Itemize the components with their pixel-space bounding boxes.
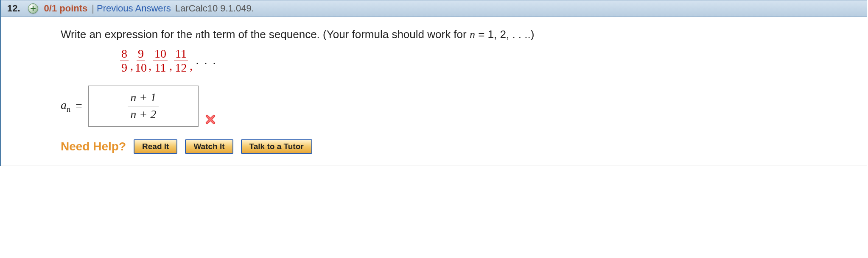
question-number: 12. <box>7 3 20 14</box>
sequence-term: 8 9 <box>120 48 129 74</box>
help-row: Need Help? Read It Watch It Talk to a Tu… <box>61 139 867 154</box>
read-it-button[interactable]: Read It <box>134 139 177 154</box>
watch-it-button[interactable]: Watch It <box>185 139 233 154</box>
prompt-n2: n <box>470 28 475 41</box>
previous-answers-link[interactable]: Previous Answers <box>97 3 171 14</box>
talk-to-tutor-button[interactable]: Talk to a Tutor <box>241 139 312 154</box>
question-body: Write an expression for the nth term of … <box>1 17 867 166</box>
equals-sign: = <box>76 99 82 113</box>
separator: | <box>92 3 94 14</box>
prompt-mid: th term of the sequence. (Your formula s… <box>201 28 469 41</box>
comma: , <box>148 59 151 74</box>
answer-row: an = n + 1 n + 2 <box>61 86 867 127</box>
sequence-term: 9 10 <box>135 48 147 74</box>
question-container: 12. 0/1 points | Previous Answers LarCal… <box>0 0 867 166</box>
answer-denominator: n + 2 <box>130 106 156 121</box>
an-label: an <box>61 98 70 114</box>
prompt-suffix: = 1, 2, . . ..) <box>475 28 534 41</box>
comma: , <box>130 59 133 74</box>
prompt-prefix: Write an expression for the <box>61 28 195 41</box>
ellipsis: . . . <box>194 55 217 67</box>
answer-input[interactable]: n + 1 n + 2 <box>88 86 199 127</box>
expand-icon[interactable] <box>28 3 38 14</box>
question-header: 12. 0/1 points | Previous Answers LarCal… <box>1 0 867 17</box>
comma: , <box>169 59 172 74</box>
answer-numerator: n + 1 <box>128 91 159 106</box>
need-help-label: Need Help? <box>61 140 126 153</box>
sequence-term: 11 12 <box>174 48 188 74</box>
incorrect-icon <box>204 114 216 128</box>
prompt-text: Write an expression for the nth term of … <box>61 28 867 41</box>
sequence-display: 8 9 , 9 10 , 10 11 , 11 12 , . . . <box>120 48 867 74</box>
points-text: 0/1 points <box>44 3 88 14</box>
question-reference: LarCalc10 9.1.049. <box>175 3 254 14</box>
sequence-term: 10 11 <box>153 48 168 74</box>
prompt-n: n <box>195 28 201 41</box>
comma: , <box>190 59 193 74</box>
